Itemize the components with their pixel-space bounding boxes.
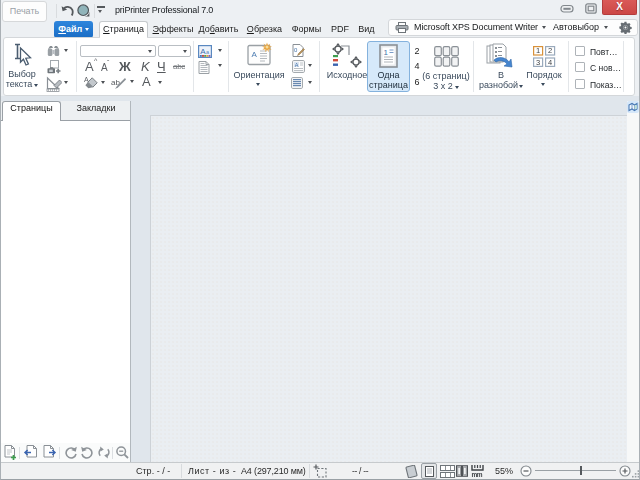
svg-text:A: A [295, 62, 299, 68]
svg-text:2: 2 [548, 46, 552, 55]
svg-text:4: 4 [548, 58, 552, 67]
svg-text:1: 1 [384, 48, 389, 57]
svg-text:3: 3 [536, 58, 540, 67]
svg-text:A: A [252, 50, 258, 59]
svg-text:1: 1 [536, 46, 540, 55]
svg-text:mm: mm [472, 471, 483, 477]
